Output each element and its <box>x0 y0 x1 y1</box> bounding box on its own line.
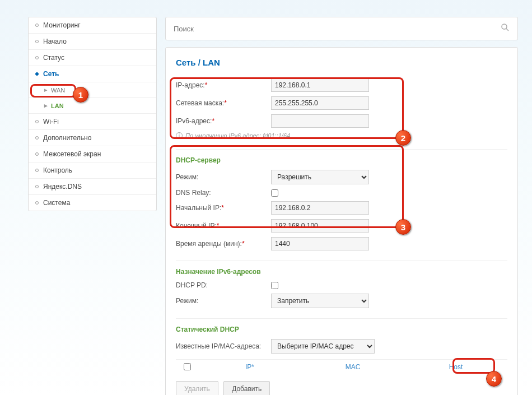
ipv6-mode-label: Режим: <box>176 297 271 305</box>
sidebar: Мониторинг Начало Статус Сеть ▸WAN ▸LAN … <box>28 17 157 211</box>
lease-input[interactable] <box>271 237 369 250</box>
mask-label: Сетевая маска:* <box>176 99 271 107</box>
ipv6-mode-select[interactable]: Запретить <box>271 294 369 308</box>
callout-badge-3: 3 <box>395 219 411 235</box>
add-button[interactable]: Добавить <box>223 381 270 395</box>
th-ip: IP* <box>198 363 301 372</box>
sidebar-item-wifi[interactable]: Wi-Fi <box>29 114 156 130</box>
sidebar-subitem-wan[interactable]: ▸WAN <box>29 82 156 98</box>
svg-point-0 <box>502 24 507 29</box>
sidebar-item-advanced[interactable]: Дополнительно <box>29 130 156 146</box>
basic-section: IP-адрес:* Сетевая маска:* IPv6-адрес:* … <box>176 78 507 139</box>
start-ip-input[interactable] <box>271 201 369 215</box>
breadcrumb: Сеть / LAN <box>176 58 507 67</box>
static-dhcp-section: Статический DHCP Известные IP/MAC-адреса… <box>176 326 507 395</box>
known-ipmac-select[interactable]: Выберите IP/MAC адрес <box>271 339 375 354</box>
sidebar-item-network[interactable]: Сеть <box>29 66 156 82</box>
sidebar-item-firewall[interactable]: Межсетевой экран <box>29 146 156 162</box>
callout-badge-4: 4 <box>486 371 502 387</box>
mask-input[interactable] <box>271 96 369 110</box>
start-ip-label: Начальный IP:* <box>176 204 271 212</box>
info-icon: i <box>176 132 183 139</box>
dhcp-mode-select[interactable]: Разрешить <box>271 170 369 184</box>
static-dhcp-table-header: IP* MAC Host <box>176 359 507 375</box>
dhcp-title: DHCP-сервер <box>176 156 507 164</box>
ip-input[interactable] <box>271 78 369 92</box>
sidebar-item-control[interactable]: Контроль <box>29 162 156 179</box>
ipv6-input[interactable] <box>271 114 369 128</box>
svg-line-1 <box>506 29 508 31</box>
sidebar-item-monitoring[interactable]: Мониторинг <box>29 17 156 34</box>
sidebar-item-status[interactable]: Статус <box>29 50 156 66</box>
sidebar-item-system[interactable]: Система <box>29 195 156 211</box>
search-input[interactable] <box>174 25 501 33</box>
end-ip-input[interactable] <box>271 219 369 233</box>
dhcp-pd-checkbox[interactable] <box>271 282 278 289</box>
select-all-checkbox[interactable] <box>184 363 191 370</box>
dhcp-mode-label: Режим: <box>176 173 271 181</box>
th-mac: MAC <box>301 363 404 372</box>
static-dhcp-title: Статический DHCP <box>176 326 507 333</box>
dhcp-section: DHCP-сервер Режим: Разрешить DNS Relay: … <box>176 156 507 250</box>
sidebar-subitem-lan[interactable]: ▸LAN <box>29 98 156 114</box>
sidebar-item-start[interactable]: Начало <box>29 34 156 50</box>
callout-badge-1: 1 <box>73 87 88 103</box>
content-panel: Сеть / LAN IP-адрес:* Сетевая маска:* IP… <box>165 47 518 395</box>
ip-label: IP-адрес:* <box>176 81 271 89</box>
dhcp-pd-label: DHCP PD: <box>176 281 271 289</box>
dns-relay-checkbox[interactable] <box>271 189 278 197</box>
ipv6-assign-title: Назначение IPv6-адресов <box>176 268 507 276</box>
ipv6-label: IPv6-адрес:* <box>176 117 271 125</box>
lease-label: Время аренды (мин):* <box>176 240 271 248</box>
search-icon[interactable] <box>501 23 510 34</box>
dns-relay-label: DNS Relay: <box>176 189 271 197</box>
end-ip-label: Конечный IP:* <box>176 222 271 230</box>
callout-badge-2: 2 <box>395 130 411 146</box>
delete-button[interactable]: Удалить <box>176 381 218 395</box>
known-ipmac-label: Известные IP/MAC-адреса: <box>176 342 271 350</box>
sidebar-item-yandexdns[interactable]: Яндекс.DNS <box>29 179 156 195</box>
search-bar <box>165 17 518 40</box>
ipv6-assign-section: Назначение IPv6-адресов DHCP PD: Режим: … <box>176 268 507 308</box>
ipv6-hint: i По умолчанию IPv6 адрес: fd01::1/64 <box>176 132 507 139</box>
